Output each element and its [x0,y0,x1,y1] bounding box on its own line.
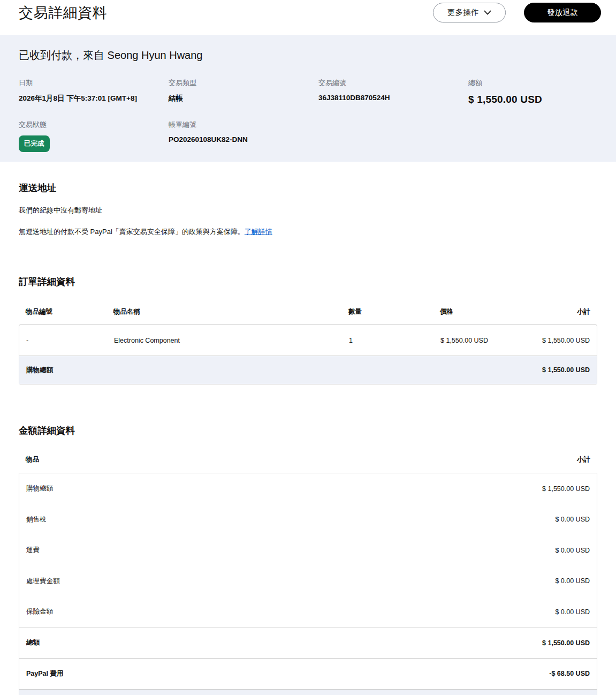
row-value: $ 1,550.00 USD [542,639,590,647]
row-label: 運費 [26,546,40,555]
status-badge: 已完成 [19,135,50,152]
more-actions-label: 更多操作 [447,7,478,18]
chevron-down-icon [484,10,491,15]
disclaimer-text: 無運送地址的付款不受 PayPal「賣家交易安全保障」的政策與方案保障。 [19,228,245,236]
amount-details-section: 金額詳細資料 物品 小計 購物總額 $ 1,550.00 USD 銷售稅 $ 0… [0,424,616,695]
order-details-heading: 訂單詳細資料 [19,275,597,288]
row-label: 總額 [26,638,40,647]
gross-amount-field: 總額 $ 1,550.00 USD [468,78,597,105]
price-cell: $ 1,550.00 USD [440,337,493,344]
invoice-id-value: PO20260108UK82-DNN [169,135,597,143]
sales-tax-row: 銷售稅 $ 0.00 USD [19,504,597,535]
column-quantity: 數量 [348,307,440,316]
transaction-status-field: 交易狀態 已完成 [19,120,169,152]
shipping-address-section: 運送地址 我們的紀錄中沒有郵寄地址 無運送地址的付款不受 PayPal「賣家交易… [0,182,616,237]
net-amount-row: 淨額 $ 1,481.50 USD [19,689,597,695]
row-value: $ 0.00 USD [555,577,590,585]
top-bar-actions: 更多操作 發放退款 [433,1,601,22]
item-name-cell: Electronic Component [114,337,349,344]
row-value: -$ 68.50 USD [549,670,590,677]
purchase-total-amount-row: 購物總額 $ 1,550.00 USD [19,473,597,504]
row-value: $ 1,550.00 USD [542,485,590,493]
gross-total-row: 總額 $ 1,550.00 USD [19,628,597,659]
summary-field-row-2: 交易狀態 已完成 帳單編號 PO20260108UK82-DNN [19,120,597,152]
date-label: 日期 [19,78,169,88]
transaction-id-value: 36J38110DB870524H [318,94,468,102]
transaction-summary-panel: 已收到付款，來自 Seong Hyun Hwang 日期 2026年1月8日 下… [0,35,616,162]
column-amount-subtotal: 小計 [577,455,590,464]
row-value: $ 0.00 USD [555,516,590,523]
column-item-name: 物品名稱 [113,307,348,316]
amount-table: 購物總額 $ 1,550.00 USD 銷售稅 $ 0.00 USD 運費 $ … [19,473,597,695]
order-details-section: 訂單詳細資料 物品編號 物品名稱 數量 價格 小計 - Electronic C… [0,275,616,384]
transaction-id-field: 交易編號 36J38110DB870524H [318,78,468,105]
learn-more-link[interactable]: 了解詳情 [245,228,272,236]
transaction-id-label: 交易編號 [318,78,468,88]
no-address-text: 我們的紀錄中沒有郵寄地址 [19,205,597,216]
gross-amount-value: $ 1,550.00 USD [468,94,597,105]
row-label: 銷售稅 [26,515,47,524]
transaction-type-field: 交易類型 結帳 [169,78,318,105]
column-item: 物品 [26,455,39,464]
purchase-total-value: $ 1,550.00 USD [542,366,590,374]
order-table: - Electronic Component 1 $ 1,550.00 USD … [19,324,597,384]
payment-received-heading: 已收到付款，來自 Seong Hyun Hwang [19,48,597,63]
issue-refund-button[interactable]: 發放退款 [524,3,601,22]
shipping-fee-row: 運費 $ 0.00 USD [19,535,597,566]
transaction-type-label: 交易類型 [169,78,318,88]
purchase-total-label: 購物總額 [26,366,53,375]
subtotal-cell: $ 1,550.00 USD [493,337,590,344]
insurance-amount-row: 保險金額 $ 0.00 USD [19,596,597,628]
handling-fee-row: 處理費金額 $ 0.00 USD [19,566,597,597]
invoice-id-label: 帳單編號 [169,120,597,130]
more-actions-button[interactable]: 更多操作 [433,3,506,22]
gross-amount-label: 總額 [468,78,597,88]
paypal-fee-row: PayPal 費用 -$ 68.50 USD [19,658,597,689]
column-price: 價格 [440,307,494,316]
quantity-cell: 1 [349,337,440,344]
date-field: 日期 2026年1月8日 下午5:37:01 [GMT+8] [19,78,169,105]
amount-details-heading: 金額詳細資料 [19,424,597,437]
row-value: $ 0.00 USD [555,608,590,616]
purchase-total-row: 購物總額 $ 1,550.00 USD [19,356,597,384]
page-title: 交易詳細資料 [19,1,107,22]
row-label: PayPal 費用 [26,669,63,678]
invoice-id-field: 帳單編號 PO20260108UK82-DNN [169,120,597,152]
order-table-header: 物品編號 物品名稱 數量 價格 小計 [19,307,597,316]
transaction-type-value: 結帳 [169,94,318,103]
summary-field-row-1: 日期 2026年1月8日 下午5:37:01 [GMT+8] 交易類型 結帳 交… [19,78,597,105]
shipping-disclaimer: 無運送地址的付款不受 PayPal「賣家交易安全保障」的政策與方案保障。了解詳情 [19,226,597,237]
column-subtotal: 小計 [494,307,590,316]
transaction-status-label: 交易狀態 [19,120,169,130]
amount-table-header: 物品 小計 [19,455,597,464]
row-label: 處理費金額 [26,577,60,586]
item-id-cell: - [26,337,114,344]
shipping-address-heading: 運送地址 [19,182,597,194]
row-value: $ 0.00 USD [555,547,590,554]
column-item-id: 物品編號 [26,307,113,316]
table-row: - Electronic Component 1 $ 1,550.00 USD … [19,325,597,356]
date-value: 2026年1月8日 下午5:37:01 [GMT+8] [19,94,169,103]
top-bar: 交易詳細資料 更多操作 發放退款 [0,0,616,35]
row-label: 購物總額 [26,484,53,493]
row-label: 保險金額 [26,607,53,616]
